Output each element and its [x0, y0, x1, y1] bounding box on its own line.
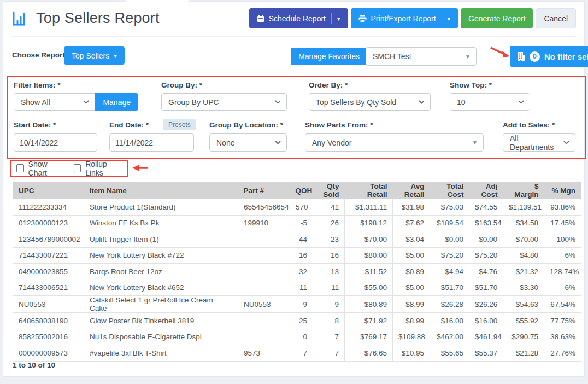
table-row: 049000023855Barqs Root Beer 12oz3213$11.…	[13, 264, 581, 280]
manage-favorites-label: Manage Favorites	[298, 52, 360, 61]
table-cell: #vapelife 3xl Blk T-Shirt	[84, 345, 238, 362]
add-to-sales-select[interactable]: All Departments	[503, 133, 575, 152]
generate-report-label: Generate Report	[468, 14, 525, 23]
column-header: Adj Cost	[469, 182, 503, 199]
button-divider	[331, 13, 332, 24]
table-cell: $0.00	[430, 231, 469, 248]
order-by-label: Order By: *	[309, 81, 348, 89]
schedule-report-label: Schedule Report	[269, 14, 326, 23]
table-cell: 111222233334	[13, 199, 84, 216]
header-actions: Schedule Report ▾ Print/Export Report ▾ …	[249, 8, 576, 28]
checkbox-icon[interactable]	[74, 164, 81, 172]
table-cell: Winston FF Ks Bx Pk	[84, 215, 238, 231]
table-cell: $8.99	[393, 313, 430, 329]
manage-filter-items-button[interactable]: Manage	[95, 93, 138, 111]
column-header: Qty Sold	[313, 182, 345, 199]
print-export-button[interactable]: Print/Export Report ▾	[351, 8, 458, 28]
table-cell: $10.95	[393, 345, 430, 362]
table-row: 714433007221New York Lottery Black #7221…	[13, 247, 581, 264]
choose-report-label: Choose Report	[12, 51, 65, 59]
table-cell: Uplift Trigger Item (1)	[84, 231, 238, 248]
table-cell: $7.62	[393, 215, 430, 231]
table-cell: $4.76	[469, 264, 503, 280]
end-date-input[interactable]	[109, 133, 194, 152]
table-cell: 25	[290, 313, 313, 329]
table-cell: $4.94	[430, 264, 469, 280]
table-cell: 26	[313, 215, 345, 231]
caret-down-icon: ▼	[465, 54, 471, 60]
group-by-select[interactable]: Group By UPC	[161, 93, 287, 111]
table-cell: $55.92	[503, 313, 544, 329]
table-cell: 23	[313, 231, 345, 248]
show-parts-from-select[interactable]: Any Vendor ▼	[305, 133, 484, 152]
filter-items-select[interactable]: Show All	[14, 93, 95, 111]
favorite-select[interactable]: SMCH Test ▼	[366, 47, 477, 66]
start-date-input[interactable]	[14, 133, 97, 152]
table-cell: $11.52	[345, 264, 393, 280]
table-cell: 049000023855	[13, 264, 84, 280]
order-by-select[interactable]: Top Sellers By Qty Sold	[309, 93, 431, 111]
chevron-down-icon	[83, 100, 89, 104]
table-cell: $70.00	[345, 231, 393, 248]
table-cell	[238, 247, 290, 264]
table-cell: 32	[290, 264, 313, 280]
column-header: UPC	[13, 182, 84, 199]
table-cell: 17.45%	[544, 215, 581, 231]
group-by-location-select[interactable]: None	[209, 133, 287, 152]
checkbox-icon[interactable]	[16, 164, 24, 172]
table-cell: $1,311.11	[345, 199, 393, 216]
table-cell: $55.65	[430, 345, 469, 362]
table-row: NU0553Catskill Select 1 gr PreRoll Ice C…	[13, 296, 581, 313]
table-cell: 0	[290, 329, 313, 345]
table-cell: $31.98	[393, 199, 430, 216]
column-header: Part #	[238, 182, 290, 199]
table-cell: $462.00	[430, 329, 469, 345]
report-selector-button[interactable]: Top Sellers ▾	[64, 46, 125, 65]
table-cell: $75.20	[430, 247, 469, 264]
table-cell: 67.54%	[544, 296, 581, 313]
chevron-down-icon	[275, 141, 281, 144]
rollup-links-checkbox[interactable]: Rollup Links	[74, 160, 122, 177]
date-presets-badge[interactable]: Presets	[163, 119, 196, 130]
table-cell: Glow Poster Blk Tinkerbell 3819	[84, 313, 238, 329]
cancel-button[interactable]: Cancel	[536, 8, 576, 28]
show-chart-checkbox[interactable]: Show Chart	[16, 160, 64, 177]
filter-button-label: No filter selected	[544, 52, 588, 61]
generate-report-button[interactable]: Generate Report	[461, 8, 533, 28]
options-annotation-box: Show Chart Rollup Links	[10, 160, 128, 177]
annotation-arrow-filter	[489, 46, 512, 59]
add-to-sales-value: All Departments	[510, 134, 563, 152]
print-export-label: Print/Export Report	[371, 14, 436, 23]
schedule-report-button[interactable]: Schedule Report ▾	[249, 8, 348, 28]
location-filter-button[interactable]: 0 No filter selected	[510, 46, 588, 67]
show-top-label: Show Top: *	[450, 81, 492, 89]
table-cell: New York Lottery Black #652	[84, 280, 238, 296]
show-top-select[interactable]: 10	[450, 93, 530, 111]
add-to-sales-label: Add to Sales: *	[503, 121, 555, 129]
table-cell: 9	[313, 296, 345, 313]
table-cell: $21.28	[503, 345, 544, 362]
column-header: % Mgn	[544, 182, 581, 199]
column-header: Item Name	[84, 182, 238, 199]
group-by-location-value: None	[216, 138, 234, 147]
table-cell: $3.30	[503, 280, 544, 296]
table-cell: 7	[290, 345, 313, 362]
table-row: 000000009573#vapelife 3xl Blk T-Shirt957…	[13, 345, 581, 362]
filter-count-badge: 0	[530, 51, 540, 62]
chevron-down-icon[interactable]: ▾	[448, 16, 451, 22]
table-cell: New York Lottery Black #722	[84, 247, 238, 264]
table-cell: 7	[313, 329, 345, 345]
table-cell: Catskill Select 1 gr PreRoll Ice Cream C…	[84, 296, 238, 313]
report-table: UPCItem NamePart #QOHQty SoldTotal Retai…	[13, 182, 581, 362]
bar-chart-icon	[12, 11, 30, 26]
table-cell: 11	[290, 280, 313, 296]
manage-filter-items-label: Manage	[103, 98, 131, 107]
manage-favorites-button[interactable]: Manage Favorites	[291, 48, 367, 65]
chevron-down-icon[interactable]: ▾	[337, 16, 340, 22]
show-parts-from-label: Show Parts From: *	[305, 121, 373, 129]
button-divider	[442, 13, 442, 24]
table-cell: $461.94	[469, 329, 503, 345]
table-cell: -$21.32	[503, 264, 544, 280]
pagination-summary: 1 to 10 of 10	[13, 361, 55, 369]
table-cell: 65545456654	[238, 199, 290, 216]
